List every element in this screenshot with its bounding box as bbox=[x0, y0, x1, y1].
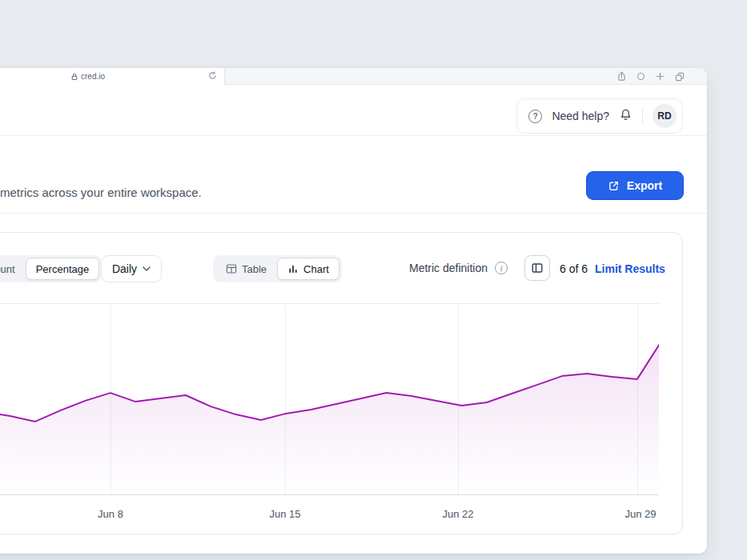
export-icon bbox=[608, 180, 620, 192]
granularity-dropdown[interactable]: Daily bbox=[101, 255, 162, 282]
metric-toggle-percentage[interactable]: Percentage bbox=[26, 258, 100, 280]
circle-icon[interactable] bbox=[637, 72, 645, 81]
table-columns-icon bbox=[531, 262, 544, 274]
reload-icon[interactable] bbox=[208, 71, 217, 82]
info-icon[interactable]: i bbox=[495, 262, 508, 274]
metric-toggle: Count Percentage bbox=[0, 255, 102, 282]
x-tick-label: Jun 8 bbox=[98, 508, 123, 520]
help-icon[interactable]: ? bbox=[528, 110, 542, 123]
export-label: Export bbox=[627, 179, 662, 192]
x-tick-label: Jun 15 bbox=[269, 508, 300, 520]
page: cred.io bbox=[0, 0, 747, 560]
bell-icon[interactable] bbox=[619, 108, 633, 125]
new-tab-icon[interactable] bbox=[656, 72, 665, 81]
bar-chart-icon bbox=[287, 263, 299, 274]
need-help-link[interactable]: Need help? bbox=[552, 110, 609, 122]
browser-toolbar: cred.io bbox=[0, 68, 707, 85]
x-tick-label: Jun 22 bbox=[442, 508, 473, 520]
view-toggle-chart[interactable]: Chart bbox=[277, 258, 339, 280]
page-subtitle: metrics across your entire workspace. bbox=[0, 186, 202, 199]
view-toggle-chart-label: Chart bbox=[303, 263, 329, 275]
metric-definition-label: Metric definition bbox=[409, 262, 488, 274]
metric-definition: Metric definition i bbox=[409, 262, 508, 274]
view-toggle-table[interactable]: Table bbox=[215, 258, 277, 280]
header-divider bbox=[642, 108, 643, 124]
granularity-value: Daily bbox=[112, 262, 137, 275]
table-icon bbox=[226, 263, 237, 274]
metric-toggle-count[interactable]: Count bbox=[0, 258, 26, 280]
tabs-icon[interactable] bbox=[675, 72, 685, 82]
app-header: ? Need help? RD bbox=[0, 85, 707, 136]
limit-results-link[interactable]: Limit Results bbox=[595, 262, 665, 275]
export-button[interactable]: Export bbox=[586, 171, 684, 200]
header-actions: ? Need help? RD bbox=[516, 98, 683, 134]
line-chart bbox=[0, 303, 659, 494]
browser-window: cred.io bbox=[0, 68, 707, 554]
section-divider bbox=[0, 213, 707, 214]
lock-icon bbox=[71, 73, 78, 81]
view-toggle: Table Chart bbox=[213, 255, 342, 282]
browser-actions bbox=[617, 68, 685, 85]
avatar[interactable]: RD bbox=[653, 104, 677, 128]
axis-line-bottom bbox=[0, 494, 659, 495]
url-text: cred.io bbox=[81, 72, 105, 81]
chevron-down-icon bbox=[143, 266, 151, 271]
view-toggle-table-label: Table bbox=[242, 263, 267, 275]
metrics-card: Count Percentage Daily Table bbox=[0, 232, 683, 534]
chart-area bbox=[0, 340, 659, 494]
browser-tab[interactable]: cred.io bbox=[0, 68, 225, 85]
table-layout-button[interactable] bbox=[524, 255, 550, 281]
results-count: 6 of 6 bbox=[560, 262, 588, 275]
share-icon[interactable] bbox=[617, 71, 626, 82]
x-tick-label: Jun 29 bbox=[625, 508, 656, 520]
